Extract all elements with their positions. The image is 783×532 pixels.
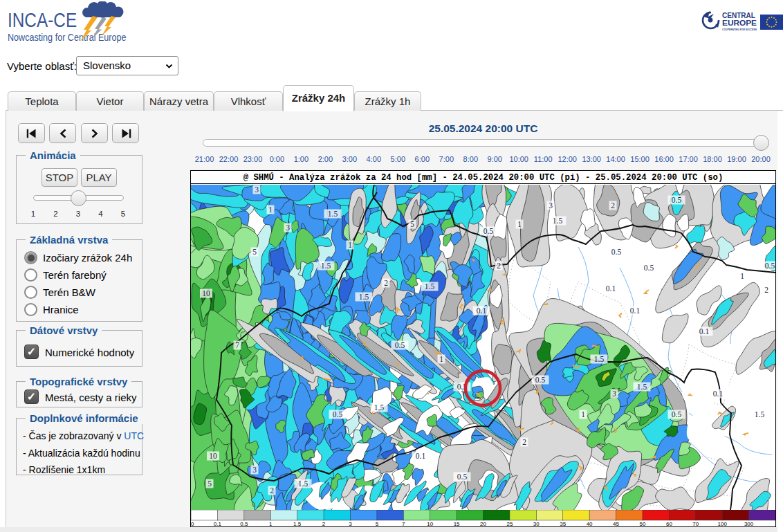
svg-text:1: 1 (348, 241, 352, 249)
svg-text:3: 3 (612, 389, 616, 398)
svg-text:2: 2 (522, 438, 526, 446)
svg-text:1.5: 1.5 (321, 262, 331, 270)
svg-text:0.5: 0.5 (395, 341, 405, 349)
svg-text:3: 3 (255, 185, 259, 194)
svg-text:0.1: 0.1 (630, 306, 641, 315)
svg-text:1: 1 (268, 205, 273, 214)
svg-text:1: 1 (269, 521, 273, 526)
svg-text:2: 2 (384, 279, 388, 287)
svg-text:0.1: 0.1 (699, 327, 710, 336)
svg-text:3: 3 (549, 201, 553, 210)
svg-text:7: 7 (402, 521, 405, 526)
svg-text:10: 10 (427, 521, 433, 526)
svg-text:3: 3 (252, 466, 257, 474)
svg-text:0: 0 (191, 521, 194, 526)
svg-text:30: 30 (533, 521, 540, 526)
svg-text:0.5: 0.5 (644, 264, 654, 272)
svg-text:50: 50 (640, 521, 646, 526)
svg-text:1: 1 (517, 220, 522, 228)
svg-text:0.5: 0.5 (611, 248, 622, 256)
svg-text:1: 1 (439, 355, 443, 363)
svg-text:1.5: 1.5 (293, 521, 302, 526)
svg-text:10: 10 (209, 452, 217, 460)
svg-text:2: 2 (497, 262, 501, 270)
svg-text:5: 5 (208, 479, 212, 488)
svg-text:2: 2 (270, 486, 274, 495)
svg-text:1.5: 1.5 (359, 293, 369, 301)
svg-text:1: 1 (740, 272, 744, 280)
svg-text:15: 15 (454, 521, 460, 526)
svg-text:0.5: 0.5 (672, 196, 682, 204)
svg-text:25: 25 (506, 521, 513, 526)
svg-text:0.1: 0.1 (477, 306, 487, 315)
svg-text:10: 10 (202, 289, 210, 297)
svg-text:0.5: 0.5 (457, 473, 468, 481)
svg-text:0.1: 0.1 (416, 452, 426, 460)
svg-text:1.5: 1.5 (374, 403, 385, 412)
svg-text:35: 35 (560, 521, 566, 526)
svg-text:5: 5 (252, 248, 257, 256)
svg-text:20: 20 (480, 521, 486, 526)
svg-text:1.5: 1.5 (298, 479, 308, 488)
svg-text:1.5: 1.5 (594, 355, 605, 363)
svg-text:7: 7 (235, 341, 239, 349)
svg-text:0.5: 0.5 (765, 262, 775, 270)
svg-text:0.1: 0.1 (606, 284, 616, 293)
svg-text:100: 100 (718, 521, 728, 526)
svg-text:1.5: 1.5 (553, 217, 563, 225)
svg-text:COOPERATING FOR SUCCESS: COOPERATING FOR SUCCESS (722, 28, 757, 31)
svg-text:5: 5 (376, 521, 379, 526)
svg-text:70: 70 (692, 521, 699, 526)
svg-text:0.5: 0.5 (240, 521, 248, 526)
svg-text:1.5: 1.5 (425, 282, 435, 291)
svg-text:45: 45 (613, 521, 619, 526)
svg-text:1: 1 (581, 410, 585, 419)
svg-text:3: 3 (349, 521, 352, 526)
svg-text:0.1: 0.1 (713, 389, 724, 398)
svg-text:0.5: 0.5 (333, 410, 343, 419)
svg-text:5: 5 (410, 220, 414, 228)
svg-text:2: 2 (322, 521, 326, 526)
svg-text:40: 40 (587, 521, 593, 526)
svg-text:EUROPE: EUROPE (722, 19, 757, 27)
svg-text:3: 3 (286, 223, 290, 232)
svg-text:2: 2 (611, 201, 615, 210)
svg-text:60: 60 (666, 521, 672, 526)
svg-text:1.5: 1.5 (637, 383, 647, 391)
svg-text:0.5: 0.5 (483, 227, 494, 235)
svg-text:2: 2 (764, 286, 768, 294)
svg-text:300: 300 (744, 521, 754, 526)
svg-text:0.1: 0.1 (214, 521, 222, 526)
svg-text:0.5: 0.5 (535, 376, 546, 384)
svg-text:1.5: 1.5 (755, 410, 765, 419)
svg-text:1.5: 1.5 (328, 210, 338, 218)
svg-text:0.5: 0.5 (672, 410, 682, 419)
